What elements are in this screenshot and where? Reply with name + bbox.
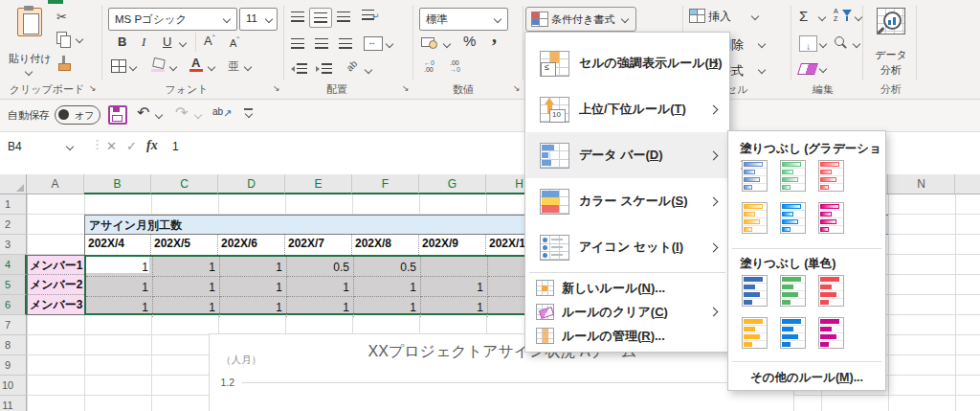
font-color-chevron[interactable]: [208, 63, 215, 71]
copy-icon[interactable]: [56, 32, 67, 44]
font-color-icon[interactable]: A: [189, 56, 205, 73]
clear-chevron[interactable]: [819, 65, 827, 73]
wrap-text-icon[interactable]: ↵: [362, 10, 381, 23]
save-icon[interactable]: [108, 105, 127, 125]
member-name-cell[interactable]: メンバー1: [27, 255, 84, 275]
month-header-cell[interactable]: 202X/5: [151, 235, 218, 255]
increase-decimal-icon[interactable]: ←0.00: [424, 59, 434, 73]
decrease-indent-icon[interactable]: [291, 63, 308, 74]
formula-input[interactable]: 1: [172, 140, 179, 153]
conditional-formatting-button[interactable]: 条件付き書式: [525, 7, 636, 32]
orientation-icon[interactable]: ab: [345, 58, 360, 74]
row-header-2[interactable]: 2: [0, 215, 27, 235]
value-cell[interactable]: 1: [220, 297, 287, 317]
ruby-chevron[interactable]: [244, 63, 252, 71]
value-cell[interactable]: 1: [86, 257, 153, 277]
solid-data-bar-2[interactable]: [780, 275, 806, 307]
member-name-cell[interactable]: メンバー3: [27, 295, 84, 315]
row-header-4[interactable]: 4: [0, 255, 27, 275]
orientation-chevron[interactable]: [365, 66, 372, 74]
font-dialog-launcher[interactable]: ↘: [273, 83, 280, 93]
delete-chevron[interactable]: [758, 40, 766, 48]
column-header-O[interactable]: O: [955, 174, 980, 194]
comma-style-button[interactable]: ,: [492, 25, 497, 47]
value-cell[interactable]: 1: [421, 277, 488, 297]
column-header-G[interactable]: G: [419, 174, 486, 194]
value-cell[interactable]: 1: [220, 277, 287, 297]
insert-chevron[interactable]: [751, 12, 759, 20]
undo-icon[interactable]: ↶: [137, 103, 149, 122]
menu-item-icon-sets[interactable]: アイコン セット(I): [526, 224, 728, 270]
autosum-chevron[interactable]: [818, 13, 826, 21]
value-cell[interactable]: 1: [220, 257, 287, 277]
underline-button[interactable]: U: [163, 34, 171, 49]
column-header-D[interactable]: D: [218, 174, 285, 194]
align-middle-button[interactable]: [309, 8, 332, 28]
paste-button[interactable]: 貼り付け: [8, 6, 52, 79]
value-cell[interactable]: 1: [287, 277, 354, 297]
gradient-data-bar-2[interactable]: [780, 160, 806, 192]
value-cell[interactable]: 1: [86, 297, 153, 317]
bold-button[interactable]: B: [118, 34, 126, 49]
redo-chevron[interactable]: [194, 111, 202, 119]
value-cell[interactable]: [421, 257, 488, 277]
value-cell[interactable]: 1: [153, 297, 220, 317]
name-box-chevron[interactable]: [66, 143, 74, 150]
solid-data-bar-3[interactable]: [818, 275, 844, 307]
copy-chevron[interactable]: [76, 35, 83, 43]
row-header-5[interactable]: 5: [0, 275, 27, 295]
undo-chevron[interactable]: [155, 111, 163, 119]
value-cell[interactable]: 1: [354, 297, 421, 317]
column-header-N[interactable]: N: [888, 174, 955, 194]
value-cell[interactable]: 1: [354, 277, 421, 297]
ab-arrow-icon[interactable]: ab ↗: [212, 105, 234, 121]
row-header-8[interactable]: 8: [0, 335, 27, 355]
align-top-icon[interactable]: [291, 11, 304, 22]
insert-label[interactable]: 挿入: [708, 9, 731, 25]
value-cell[interactable]: 1: [86, 277, 153, 297]
month-header-cell[interactable]: 202X/4: [84, 235, 151, 255]
format-chevron[interactable]: [758, 66, 766, 74]
data-analysis-button[interactable]: データ 分析: [867, 6, 915, 79]
insert-cells-icon[interactable]: [689, 9, 705, 23]
redo-icon[interactable]: ↷: [175, 103, 188, 122]
menu-item-data-bars[interactable]: データ バー(D): [526, 132, 728, 178]
number-dialog-launcher[interactable]: ↘: [513, 83, 521, 93]
name-box[interactable]: B4: [8, 140, 22, 153]
sort-filter-icon[interactable]: A Z: [834, 8, 853, 25]
column-header-E[interactable]: E: [285, 174, 352, 194]
menu-item-highlight-cells-rules[interactable]: ≤セルの強調表示ルール(H): [526, 40, 728, 86]
gradient-data-bar-4[interactable]: [742, 202, 768, 234]
alignment-dialog-launcher[interactable]: ↘: [402, 83, 410, 93]
menu-item-new-rule[interactable]: 新しいルール(N)...: [526, 276, 728, 300]
solid-data-bar-6[interactable]: [818, 317, 844, 349]
decrease-decimal-icon[interactable]: .00→0: [450, 59, 460, 73]
align-bottom-icon[interactable]: [337, 11, 350, 22]
percent-style-button[interactable]: %: [463, 33, 476, 49]
value-cell[interactable]: 1: [421, 297, 488, 317]
select-all-corner[interactable]: [0, 174, 27, 194]
row-header-7[interactable]: 7: [0, 315, 27, 335]
row-header-10[interactable]: 10: [0, 376, 27, 396]
gradient-data-bar-1[interactable]: [742, 160, 768, 192]
value-cell[interactable]: 1: [153, 277, 220, 297]
italic-button[interactable]: I: [142, 34, 145, 50]
solid-data-bar-1[interactable]: [742, 275, 768, 307]
font-name-combo[interactable]: MS Pゴシック: [108, 8, 237, 31]
insert-function-icon[interactable]: fx: [146, 138, 158, 153]
solid-data-bar-5[interactable]: [780, 317, 806, 349]
ruby-button[interactable]: 亜: [228, 58, 239, 75]
autosum-button[interactable]: Σ: [799, 8, 808, 24]
borders-chevron[interactable]: [129, 63, 137, 71]
clear-icon[interactable]: [797, 63, 818, 75]
clipboard-dialog-launcher[interactable]: ↘: [89, 83, 97, 93]
month-header-cell[interactable]: 202X/7: [285, 235, 352, 255]
sort-filter-chevron[interactable]: [855, 13, 862, 21]
column-header-A[interactable]: A: [27, 174, 84, 194]
currency-icon[interactable]: [421, 36, 438, 50]
cancel-icon[interactable]: ✕: [106, 139, 117, 153]
fill-color-icon[interactable]: [151, 57, 167, 73]
month-header-cell[interactable]: 202X/8: [352, 235, 419, 255]
fill-down-chevron[interactable]: [819, 40, 827, 48]
column-header-B[interactable]: B: [84, 174, 151, 194]
